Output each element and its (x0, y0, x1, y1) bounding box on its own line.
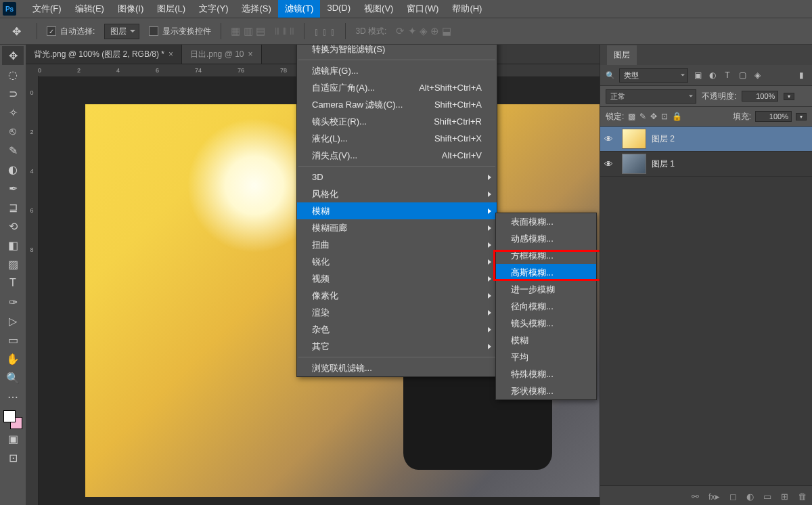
stamp-tool[interactable]: ⊒ (2, 198, 24, 217)
hand-tool[interactable]: ✋ (2, 349, 24, 368)
layer-group-icon[interactable]: ▭ (763, 491, 771, 502)
menu-item-模糊[interactable]: 模糊 (496, 332, 596, 349)
adjustment-layer-icon[interactable]: ◐ (746, 491, 754, 502)
menu-item-Camera Raw 滤镜(C)...[interactable]: Camera Raw 滤镜(C)...Shift+Ctrl+A (297, 96, 497, 113)
menu-item-自适应广角(A)...[interactable]: 自适应广角(A)...Alt+Shift+Ctrl+A (297, 79, 497, 96)
eraser-tool[interactable]: ◧ (2, 236, 24, 255)
marquee-tool[interactable]: ◌ (2, 65, 24, 84)
menu-视图[interactable]: 视图(V) (357, 0, 400, 18)
visibility-icon[interactable]: 👁 (604, 134, 616, 144)
menu-item-视频[interactable]: 视频 (297, 270, 497, 287)
menu-选择[interactable]: 选择(S) (235, 0, 277, 18)
shape-tool[interactable]: ▭ (2, 330, 24, 349)
zoom-tool[interactable]: 🔍 (2, 368, 24, 387)
show-transform-option[interactable]: 显示变换控件 (149, 26, 211, 37)
menu-item-特殊模糊...[interactable]: 特殊模糊... (496, 366, 596, 382)
menu-item-平均[interactable]: 平均 (496, 349, 596, 366)
lock-all-icon[interactable]: 🔒 (672, 112, 682, 121)
close-icon[interactable]: × (248, 49, 253, 59)
filter-type-dropdown[interactable]: 类型 (619, 68, 688, 83)
show-transform-checkbox[interactable] (149, 26, 158, 36)
menu-item-杂色[interactable]: 杂色 (297, 321, 497, 338)
lock-brush-icon[interactable]: ✎ (639, 112, 646, 121)
more-tools[interactable]: ⋯ (2, 387, 24, 406)
layers-tab[interactable]: 图层 (607, 45, 637, 65)
opacity-stepper[interactable]: ▾ (784, 93, 794, 100)
lock-artboard-icon[interactable]: ⊡ (661, 112, 668, 121)
filter-type-icon[interactable]: T (722, 70, 733, 81)
document-tab[interactable]: 背光.png @ 100% (图层 2, RGB/8) *× (26, 45, 182, 64)
filter-pixel-icon[interactable]: ▣ (692, 70, 703, 81)
menu-编辑[interactable]: 编辑(E) (68, 0, 111, 18)
menu-item-表面模糊...[interactable]: 表面模糊... (496, 213, 596, 230)
menu-3D[interactable]: 3D(D) (320, 0, 357, 18)
gradient-tool[interactable]: ▨ (2, 255, 24, 273)
type-tool[interactable]: T (2, 273, 24, 292)
menu-item-模糊画廊[interactable]: 模糊画廊 (297, 219, 497, 236)
magic-wand-tool[interactable]: ✧ (2, 103, 24, 122)
healing-tool[interactable]: ◐ (2, 160, 24, 179)
eyedropper-tool[interactable]: ✎ (2, 141, 24, 160)
menu-item-滤镜库(G)...[interactable]: 滤镜库(G)... (297, 62, 497, 79)
menu-滤镜[interactable]: 滤镜(T) (278, 0, 321, 18)
lock-transparent-icon[interactable]: ▩ (628, 112, 635, 121)
fill-stepper[interactable]: ▾ (796, 113, 807, 120)
menu-item-液化(L)...[interactable]: 液化(L)...Shift+Ctrl+X (297, 130, 497, 147)
visibility-icon[interactable]: 👁 (604, 159, 616, 169)
menu-帮助[interactable]: 帮助(H) (445, 0, 489, 18)
filter-adjust-icon[interactable]: ◐ (707, 70, 718, 81)
menu-窗口[interactable]: 窗口(W) (400, 0, 445, 18)
auto-select-checkbox[interactable]: ✓ (47, 26, 56, 36)
menu-图像[interactable]: 图像(I) (111, 0, 150, 18)
menu-item-锐化[interactable]: 锐化 (297, 253, 497, 270)
layer-row[interactable]: 👁图层 2 (600, 127, 812, 152)
new-layer-icon[interactable]: ⊞ (781, 491, 788, 502)
screenmode-toggle[interactable]: ⊡ (2, 448, 24, 467)
brush-tool[interactable]: ✒ (2, 179, 24, 198)
menu-文件[interactable]: 文件(F) (26, 0, 68, 18)
menu-文字[interactable]: 文字(Y) (192, 0, 235, 18)
path-tool[interactable]: ▷ (2, 311, 24, 330)
filter-toggle[interactable]: ▮ (796, 70, 807, 81)
link-layers-icon[interactable]: ⚯ (692, 491, 699, 502)
history-brush-tool[interactable]: ⟲ (2, 217, 24, 236)
filter-smart-icon[interactable]: ◈ (752, 70, 763, 81)
fill-value[interactable]: 100% (755, 111, 792, 122)
opacity-value[interactable]: 100% (742, 91, 778, 102)
layer-mask-icon[interactable]: ◻ (729, 491, 737, 502)
delete-layer-icon[interactable]: 🗑 (798, 491, 807, 502)
color-swatches[interactable] (3, 410, 22, 429)
menu-item-浏览联机滤镜...[interactable]: 浏览联机滤镜... (297, 359, 497, 376)
crop-tool[interactable]: ⎋ (2, 122, 24, 141)
layer-thumbnail[interactable] (622, 154, 646, 174)
close-icon[interactable]: × (168, 49, 173, 59)
menu-item-转换为智能滤镜(S)[interactable]: 转换为智能滤镜(S) (297, 45, 497, 58)
menu-item-镜头模糊...[interactable]: 镜头模糊... (496, 315, 596, 332)
pen-tool[interactable]: ✑ (2, 292, 24, 311)
quickmask-toggle[interactable]: ▣ (2, 429, 24, 448)
menu-item-镜头校正(R)...[interactable]: 镜头校正(R)...Shift+Ctrl+R (297, 113, 497, 130)
blend-mode-dropdown[interactable]: 正常 (606, 89, 696, 104)
layer-row[interactable]: 👁图层 1 (600, 152, 812, 177)
menu-item-径向模糊...[interactable]: 径向模糊... (496, 298, 596, 315)
menu-item-模糊[interactable]: 模糊 (297, 202, 497, 219)
menu-item-风格化[interactable]: 风格化 (297, 185, 497, 202)
menu-item-动感模糊...[interactable]: 动感模糊... (496, 230, 596, 247)
menu-item-消失点(V)...[interactable]: 消失点(V)...Alt+Ctrl+V (297, 147, 497, 164)
move-tool[interactable]: ✥ (2, 46, 24, 65)
menu-item-形状模糊...[interactable]: 形状模糊... (496, 382, 596, 399)
layer-thumbnail[interactable] (622, 129, 646, 149)
menu-item-其它[interactable]: 其它 (297, 338, 497, 355)
menu-item-3D[interactable]: 3D (297, 169, 497, 185)
menu-item-高斯模糊...[interactable]: 高斯模糊... (496, 264, 596, 281)
lasso-tool[interactable]: ⊃ (2, 84, 24, 103)
filter-shape-icon[interactable]: ▢ (737, 70, 748, 81)
document-tab[interactable]: 日出.png @ 10× (182, 45, 262, 64)
target-dropdown[interactable]: 图层 (104, 24, 139, 39)
menu-图层[interactable]: 图层(L) (150, 0, 192, 18)
menu-item-扭曲[interactable]: 扭曲 (297, 236, 497, 253)
menu-item-像素化[interactable]: 像素化 (297, 287, 497, 304)
foreground-color[interactable] (3, 410, 16, 422)
menu-item-渲染[interactable]: 渲染 (297, 304, 497, 321)
layer-fx-icon[interactable]: fx▸ (708, 491, 720, 502)
